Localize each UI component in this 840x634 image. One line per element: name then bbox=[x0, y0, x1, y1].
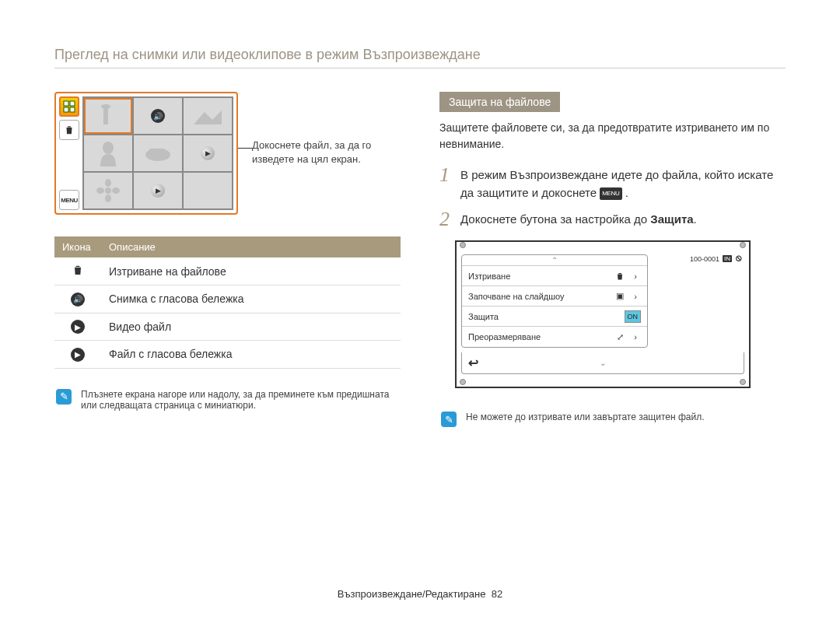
info-note: ✎ Плъзнете екрана нагоре или надолу, за … bbox=[54, 384, 401, 415]
thumbnail-cell[interactable]: ▶ bbox=[184, 135, 232, 171]
thumbnail-cell[interactable] bbox=[84, 135, 132, 171]
camera-menu-item-delete[interactable]: Изтриване › bbox=[462, 266, 647, 286]
thumbnail-mode-button[interactable] bbox=[59, 96, 79, 117]
back-button[interactable]: ↩ bbox=[468, 356, 478, 370]
footer-section: Възпроизвеждане/Редактиране bbox=[338, 588, 486, 600]
trash-icon bbox=[72, 266, 84, 278]
svg-point-12 bbox=[96, 187, 104, 194]
svg-point-13 bbox=[112, 187, 120, 194]
row-desc: Снимка с гласова бележка bbox=[101, 285, 401, 313]
chevron-up-icon[interactable]: ⌃ bbox=[462, 255, 647, 266]
thumbnail-callout: Докоснете файл, за да го изведете на цял… bbox=[252, 92, 401, 166]
step2-text-pre: Докоснете бутона за настройка до bbox=[460, 212, 650, 226]
svg-point-5 bbox=[101, 104, 110, 109]
thumbnail-grid: 🔊 ▶ bbox=[82, 96, 233, 210]
voice-photo-icon: 🔊 bbox=[71, 292, 85, 306]
screw-icon bbox=[460, 379, 466, 385]
storage-badge: IN bbox=[723, 255, 732, 262]
screw-icon bbox=[740, 379, 746, 385]
menu-item-label: Защита bbox=[468, 312, 625, 321]
voice-memo-icon: 🔊 bbox=[151, 109, 165, 123]
note-text: Плъзнете екрана нагоре или надолу, за да… bbox=[81, 389, 399, 411]
menu-item-label: Преоразмеряване bbox=[468, 332, 614, 342]
chevron-right-icon: › bbox=[630, 271, 641, 282]
screw-icon bbox=[740, 242, 746, 248]
file-counter: 100-0001 bbox=[690, 255, 719, 263]
note-text: Не можете до изтривате или завъртате защ… bbox=[466, 412, 705, 422]
table-row: ▶ Файл с гласова бележка bbox=[54, 341, 401, 369]
camera-menu-item-resize[interactable]: Преоразмеряване ⤢ › bbox=[462, 327, 647, 347]
thumbnail-cell[interactable]: 🔊 bbox=[134, 98, 182, 134]
menu-item-label: Изтриване bbox=[468, 271, 614, 281]
icon-legend-table: Икона Описание Изтриване на файлове 🔊 Сн… bbox=[54, 236, 401, 369]
resize-icon: ⤢ bbox=[614, 331, 625, 342]
camera-menu-item-protect[interactable]: Защита ON bbox=[462, 306, 647, 327]
section-intro: Защитете файловете си, за да предотврати… bbox=[439, 120, 786, 152]
step2-text-post: . bbox=[694, 212, 697, 226]
step-2: 2 Докоснете бутона за настройка до Защит… bbox=[439, 209, 786, 229]
table-header-icon: Икона bbox=[54, 236, 101, 257]
step-number: 2 bbox=[439, 209, 450, 229]
camera-menu-item-slideshow[interactable]: Започване на слайдшоу ▣ › bbox=[462, 286, 647, 306]
svg-point-10 bbox=[105, 179, 111, 187]
step-number: 1 bbox=[439, 165, 450, 201]
svg-rect-2 bbox=[64, 107, 68, 112]
svg-rect-4 bbox=[103, 107, 108, 124]
thumbnail-cell[interactable] bbox=[134, 135, 182, 171]
table-header-desc: Описание bbox=[101, 236, 401, 257]
play-icon: ▶ bbox=[151, 184, 165, 198]
screw-icon bbox=[460, 242, 466, 248]
chevron-right-icon: › bbox=[630, 291, 641, 302]
thumbnail-cell[interactable] bbox=[84, 98, 132, 134]
delete-button[interactable] bbox=[59, 120, 79, 140]
svg-rect-1 bbox=[70, 101, 75, 106]
thumbnail-cell[interactable] bbox=[84, 173, 132, 208]
footer-page-number: 82 bbox=[492, 588, 502, 600]
step-1: 1 В режим Възпроизвеждане идете до файла… bbox=[439, 165, 786, 201]
thumbnail-cell[interactable] bbox=[184, 98, 232, 134]
svg-point-11 bbox=[105, 194, 111, 202]
play-icon: ▶ bbox=[201, 146, 215, 160]
row-desc: Файл с гласова бележка bbox=[101, 341, 401, 369]
chevron-right-icon: › bbox=[630, 331, 641, 342]
step1-text-post: . bbox=[625, 186, 628, 199]
menu-button[interactable]: MENU bbox=[59, 190, 79, 210]
svg-rect-3 bbox=[70, 107, 75, 112]
voice-file-icon: ▶ bbox=[71, 348, 85, 362]
slideshow-icon: ▣ bbox=[614, 291, 625, 302]
row-desc: Изтриване на файлове bbox=[101, 257, 401, 285]
table-row: Изтриване на файлове bbox=[54, 257, 401, 285]
step2-text-bold: Защита bbox=[650, 212, 693, 226]
row-desc: Видео файл bbox=[101, 313, 401, 341]
protect-on-toggle[interactable]: ON bbox=[625, 310, 642, 323]
trash-icon bbox=[614, 271, 625, 282]
camera-menu-panel: ⌃ Изтриване › Започване на слайдшоу ▣ bbox=[461, 254, 648, 348]
thumbnail-cell[interactable] bbox=[184, 173, 232, 208]
table-row: 🔊 Снимка с гласова бележка bbox=[54, 285, 401, 313]
callout-text: Докоснете файл, за да го изведете на цял… bbox=[252, 139, 371, 165]
info-icon: ✎ bbox=[441, 412, 457, 427]
svg-point-6 bbox=[103, 142, 114, 154]
svg-point-9 bbox=[105, 187, 111, 194]
page-title: Преглед на снимки или видеоклипове в реж… bbox=[54, 47, 786, 68]
info-icon: ✎ bbox=[56, 389, 72, 405]
thumbnail-viewer: MENU 🔊 bbox=[54, 92, 238, 215]
section-heading: Защита на файлове bbox=[439, 92, 560, 112]
camera-screen-mock: ⌃ Изтриване › Започване на слайдшоу ▣ bbox=[455, 240, 751, 388]
lock-icon: 🛇 bbox=[735, 254, 743, 263]
video-file-icon: ▶ bbox=[71, 320, 85, 334]
page-footer: Възпроизвеждане/Редактиране 82 bbox=[0, 588, 840, 600]
menu-badge-icon: MENU bbox=[600, 187, 621, 200]
menu-item-label: Започване на слайдшоу bbox=[468, 292, 614, 301]
thumbnail-cell[interactable]: ▶ bbox=[134, 173, 182, 208]
svg-rect-0 bbox=[64, 101, 68, 106]
svg-rect-8 bbox=[149, 149, 166, 155]
table-row: ▶ Видео файл bbox=[54, 313, 401, 341]
info-note: ✎ Не можете до изтривате или завъртате з… bbox=[439, 407, 786, 432]
